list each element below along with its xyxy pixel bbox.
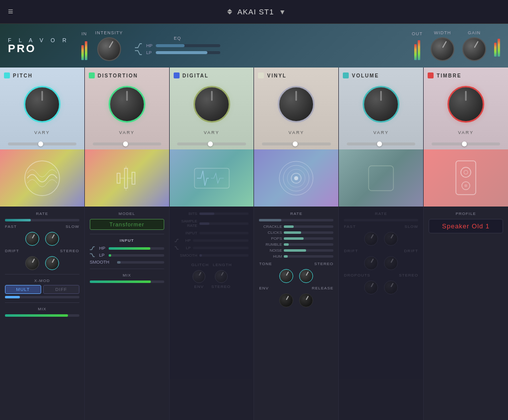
timbre-vary-slider[interactable] xyxy=(432,142,500,145)
vinyl-pops-slider[interactable] xyxy=(284,237,333,240)
timbre-indicator xyxy=(428,72,434,78)
vinyl-release-knob[interactable] xyxy=(299,293,313,307)
xmod-section: X-MOD MULT DIFF xyxy=(5,279,79,298)
digital-smooth-slider[interactable] xyxy=(199,254,249,257)
vinyl-main-knob[interactable] xyxy=(278,86,315,123)
vinyl-rumble-slider[interactable] xyxy=(284,243,333,246)
vinyl-clicks-row: CLICKS xyxy=(259,230,333,235)
vinyl-title: VINYL xyxy=(267,73,286,78)
vinyl-hum-row: HUM xyxy=(259,254,333,259)
vinyl-vary-slider[interactable] xyxy=(262,142,330,145)
pitch-drift-stereo: DRIFT STEREO xyxy=(5,249,79,253)
timbre-main-knob[interactable] xyxy=(447,86,484,123)
vinyl-rate-slider[interactable] xyxy=(259,219,333,221)
vinyl-noise-slider[interactable] xyxy=(284,249,333,252)
dist-main-knob[interactable] xyxy=(109,86,145,123)
pitch-vary-slider[interactable] xyxy=(8,142,76,145)
digital-samplerate-slider[interactable] xyxy=(199,222,249,225)
pitch-vary-label: VARY xyxy=(34,130,50,135)
volume-header: VOLUME xyxy=(343,72,419,78)
timbre-profile-display[interactable]: Speaker Old 1 xyxy=(429,219,503,233)
digital-lp-slider[interactable] xyxy=(193,247,249,249)
pitch-main-knob[interactable] xyxy=(24,86,61,123)
digital-env-knob[interactable] xyxy=(192,270,205,283)
preset-dropdown[interactable]: ▼ xyxy=(279,8,286,16)
dist-smooth-slider[interactable] xyxy=(117,261,164,264)
digital-top: DIGITAL VARY xyxy=(170,68,254,149)
intensity-knob[interactable] xyxy=(97,37,121,61)
dist-vary-slider[interactable] xyxy=(93,142,161,145)
digital-length-label: LENGTH xyxy=(213,263,232,267)
xmod-slider[interactable] xyxy=(5,296,79,298)
pitch-drift-label: DRIFT xyxy=(5,249,19,253)
dist-bottom: MODEL Transformer INPUT HP LP xyxy=(85,207,169,420)
pitch-mix-slider[interactable] xyxy=(5,314,79,317)
pitch-slow-knob[interactable] xyxy=(45,232,59,246)
diff-button[interactable]: DIFF xyxy=(43,285,79,294)
vinyl-module: VINYL VARY RATE CRACKLE xyxy=(254,68,339,420)
digital-indicator xyxy=(174,72,180,78)
volume-visual xyxy=(339,149,423,207)
gain-knob[interactable] xyxy=(462,37,486,61)
dist-lp-slider[interactable] xyxy=(109,254,164,257)
header-strip: F L A V O R PRO IN INTENSITY EQ HP LP xyxy=(0,24,508,68)
width-label: WIDTH xyxy=(434,30,451,35)
xmod-label: X-MOD xyxy=(5,279,79,283)
vinyl-tone-knob[interactable] xyxy=(279,269,293,283)
pitch-rate-slider[interactable] xyxy=(5,219,79,221)
digital-main-knob[interactable] xyxy=(193,86,230,123)
digital-visual xyxy=(170,149,254,207)
digital-bits-row: BITS xyxy=(175,211,249,216)
volume-drift-knob[interactable] xyxy=(364,256,378,270)
digital-vary-slider[interactable] xyxy=(177,142,246,145)
vinyl-env-knob[interactable] xyxy=(279,293,293,307)
dist-mix-slider[interactable] xyxy=(90,280,164,283)
in-label: IN xyxy=(81,31,87,36)
digital-bits-slider[interactable] xyxy=(199,212,249,215)
volume-rate-label: RATE xyxy=(344,211,418,216)
svg-point-17 xyxy=(464,170,468,174)
digital-input-slider[interactable] xyxy=(199,232,249,234)
vinyl-clicks-slider[interactable] xyxy=(284,231,333,234)
width-knob[interactable] xyxy=(431,37,454,61)
dist-title: DISTORTION xyxy=(98,73,138,78)
volume-slow-knob[interactable] xyxy=(384,232,398,246)
master-vu-meter xyxy=(494,35,500,57)
volume-stereo-knob[interactable] xyxy=(384,280,398,294)
volume-main-knob[interactable] xyxy=(363,86,399,123)
dist-hp-slider[interactable] xyxy=(109,247,164,250)
volume-drift-knobs xyxy=(344,256,418,270)
vinyl-vary-label: VARY xyxy=(289,130,305,135)
volume-vary-slider[interactable] xyxy=(347,142,415,145)
vinyl-rumble-row: RUMBLE xyxy=(259,242,333,247)
lp-slider[interactable] xyxy=(156,51,220,54)
preset-nav[interactable] xyxy=(227,9,232,14)
svg-rect-14 xyxy=(369,166,393,191)
dist-mix-label: MIX xyxy=(90,273,164,278)
vinyl-tone-stereo: TONE STEREO xyxy=(259,262,333,266)
logo-pro: PRO xyxy=(8,43,69,54)
pitch-bottom: RATE FAST SLOW DRIFT STEREO xyxy=(0,207,84,420)
vinyl-stereo-knob[interactable] xyxy=(299,269,313,283)
digital-hp-slider[interactable] xyxy=(193,239,249,242)
menu-button[interactable]: ≡ xyxy=(8,6,13,17)
pitch-mix-label: MIX xyxy=(5,307,79,311)
volume-module: VOLUME VARY RATE FAST SLOW xyxy=(339,68,424,420)
pitch-drift-knob[interactable] xyxy=(25,256,39,270)
vinyl-crackle-slider[interactable] xyxy=(284,225,333,228)
pitch-fast-knob[interactable] xyxy=(25,232,39,246)
pitch-stereo-knob[interactable] xyxy=(45,256,59,270)
vinyl-hum-label: HUM xyxy=(259,254,282,259)
volume-drift2-knob[interactable] xyxy=(384,256,398,270)
dist-model-display[interactable]: Transformer xyxy=(90,219,164,230)
vinyl-hum-slider[interactable] xyxy=(284,255,333,258)
svg-point-16 xyxy=(461,167,471,177)
volume-dropouts-knob[interactable] xyxy=(364,280,378,294)
volume-rate-slider[interactable] xyxy=(344,219,418,221)
volume-fast-knob[interactable] xyxy=(364,232,378,246)
digital-stereo-knob[interactable] xyxy=(215,270,228,283)
dist-hp-row: HP xyxy=(90,246,164,251)
mult-button[interactable]: MULT xyxy=(5,285,41,294)
volume-fast-slow: FAST SLOW xyxy=(344,224,418,229)
hp-slider[interactable] xyxy=(156,44,220,47)
